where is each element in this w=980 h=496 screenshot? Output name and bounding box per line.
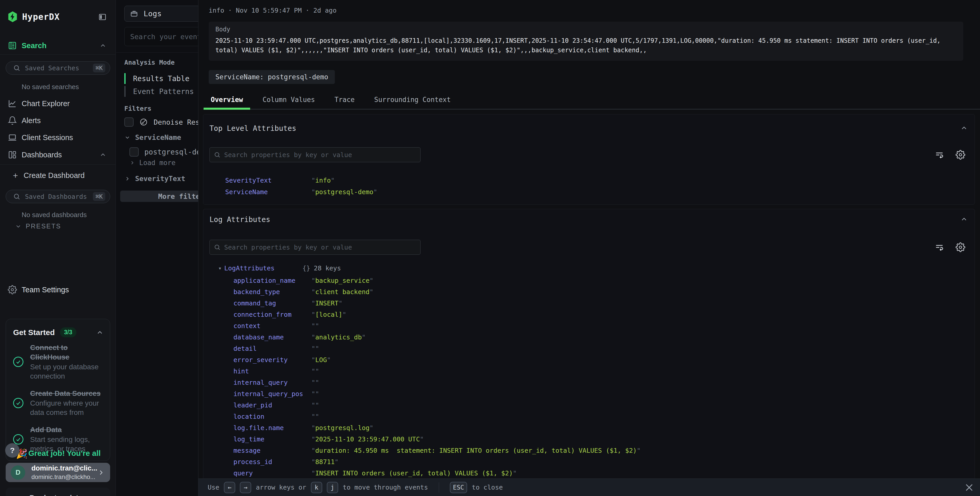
gear-icon	[8, 285, 17, 294]
attribute-row[interactable]: log_time "2025-11-10 23:59:47.000 UTC"	[234, 434, 641, 445]
esc-key[interactable]: ESC	[450, 482, 467, 493]
sidebar: HyperDX Search Saved Searches ⌘K No save…	[0, 0, 116, 496]
detail-tabs: OverviewColumn ValuesTraceSurrounding Co…	[204, 91, 980, 110]
close-icon[interactable]	[964, 482, 974, 493]
service-name-chip[interactable]: ServiceName: postgresql-demo	[209, 70, 335, 84]
footer-text: arrow keys or	[256, 484, 306, 491]
j-key[interactable]: j	[327, 482, 338, 493]
root-key[interactable]: LogAttributes	[224, 265, 302, 272]
attribute-row[interactable]: database_name "analytics_db"	[234, 332, 641, 343]
sidebar-item-dashboards[interactable]: Dashboards	[0, 148, 116, 162]
get-started-item[interactable]: Connect to ClickHouse Set up your databa…	[13, 343, 105, 381]
analysis-mode-option[interactable]: Event Patterns	[124, 85, 194, 98]
chart-icon	[8, 99, 17, 108]
sidebar-item-alerts[interactable]: Alerts	[0, 113, 116, 128]
user-menu[interactable]: D dominic.tran@clic... dominic.tran@clic…	[6, 463, 110, 482]
get-started-card: Get Started 3/3 Connect to ClickHouse Se…	[6, 319, 110, 461]
sidebar-item-client-sessions[interactable]: Client Sessions	[0, 130, 116, 145]
filter-group-servicename[interactable]: ServiceName	[124, 133, 181, 141]
attribute-row[interactable]: error_severity "LOG"	[234, 354, 641, 365]
attribute-row[interactable]: ServiceName "postgresql-demo"	[225, 186, 377, 198]
properties-search-input[interactable]	[224, 244, 416, 251]
search-icon	[13, 64, 20, 72]
saved-searches-input[interactable]: Saved Searches ⌘K	[6, 61, 110, 75]
attribute-row[interactable]: internal_query ""	[234, 377, 641, 388]
caret-down-icon[interactable]: ▾	[218, 265, 221, 271]
chevron-down-icon	[15, 223, 22, 230]
event-search-input[interactable]	[124, 27, 198, 46]
search-icon	[214, 244, 221, 250]
denoise-checkbox[interactable]	[124, 117, 134, 127]
more-filters-button[interactable]: More filters	[120, 191, 198, 202]
source-select[interactable]: Logs	[124, 6, 198, 22]
attribute-row[interactable]: message "duration: 45.950 ms statement: …	[234, 445, 641, 456]
attribute-row[interactable]: hint ""	[234, 365, 641, 377]
bottom-banner[interactable]: Product updates	[6, 488, 110, 496]
postgresql-demo-checkbox[interactable]	[129, 147, 139, 156]
chevron-up-icon[interactable]	[96, 329, 104, 337]
chevron-up-icon[interactable]	[960, 215, 968, 223]
attribute-row[interactable]: detail ""	[234, 343, 641, 354]
detail-tab[interactable]: Trace	[327, 91, 362, 108]
attribute-row[interactable]: connection_from "[local]"	[234, 309, 641, 320]
attribute-row[interactable]: process_id "88711"	[234, 456, 641, 467]
detail-tab[interactable]: Overview	[204, 91, 250, 108]
footer-text: Use	[208, 484, 219, 491]
user-name: dominic.tran@clic...	[32, 464, 97, 472]
wrap-lines-icon[interactable]	[934, 150, 944, 159]
get-started-item[interactable]: Create Data Sources Configure where your…	[13, 389, 105, 417]
logs-source-icon	[130, 9, 138, 18]
filters-label: Filters	[124, 105, 151, 112]
section-tools	[934, 242, 965, 252]
detail-tab[interactable]: Column Values	[255, 91, 322, 108]
attribute-row[interactable]: location ""	[234, 411, 641, 422]
saved-dashboards-placeholder: Saved Dashboards	[25, 193, 93, 200]
gear-icon[interactable]	[956, 242, 965, 252]
sidebar-collapse-icon[interactable]	[98, 13, 107, 21]
chevron-up-icon[interactable]	[99, 42, 107, 49]
chevron-right-icon	[97, 469, 105, 477]
help-button[interactable]: ?	[5, 443, 19, 458]
attribute-row[interactable]: application_name "backup_service"	[234, 275, 641, 286]
chevron-up-icon[interactable]	[960, 124, 968, 132]
laptop-icon	[8, 133, 17, 142]
create-dashboard-button[interactable]: + Create Dashboard	[13, 171, 85, 180]
section-title: Log Attributes	[210, 215, 270, 224]
analysis-mode-list: Results TableEvent Patterns	[124, 72, 194, 98]
log-attributes-root-row[interactable]: ▾ LogAttributes {} 28 keys	[218, 262, 341, 274]
analysis-mode-option[interactable]: Results Table	[124, 72, 194, 85]
sidebar-item-label: Chart Explorer	[22, 99, 70, 108]
attribute-row[interactable]: command_tag "INSERT"	[234, 297, 641, 309]
filter-group-severitytext[interactable]: SeverityText	[124, 175, 185, 183]
properties-search[interactable]	[210, 240, 420, 255]
attribute-row[interactable]: context ""	[234, 320, 641, 332]
attribute-row[interactable]: backend_type "client backend"	[234, 286, 641, 297]
arrow-left-key[interactable]: ←	[224, 482, 235, 493]
log-attribute-rows: application_name "backup_service" backen…	[234, 275, 641, 479]
attribute-row[interactable]: log.file.name "postgresql.log"	[234, 422, 641, 434]
chevron-up-icon[interactable]	[99, 151, 107, 158]
filters-column: Logs Analysis Mode Results TableEvent Pa…	[116, 0, 198, 496]
body-text[interactable]: 2025-11-10 23:59:47.000 UTC,postgres,ana…	[215, 36, 960, 55]
sidebar-item-team-settings[interactable]: Team Settings	[0, 282, 116, 297]
wrap-lines-icon[interactable]	[934, 242, 944, 252]
sidebar-item-search[interactable]: Search	[0, 38, 116, 53]
properties-search[interactable]	[210, 147, 420, 162]
celebration-text: Great job! You're all	[28, 449, 100, 458]
event-header-line: info · Nov 10 5:59:47 PM · 2d ago	[209, 7, 337, 14]
event-body-box: Body 2025-11-10 23:59:47.000 UTC,postgre…	[209, 22, 963, 61]
sidebar-item-chart-explorer[interactable]: Chart Explorer	[0, 96, 116, 111]
attribute-row[interactable]: internal_query_pos ""	[234, 388, 641, 399]
gear-icon[interactable]	[956, 150, 965, 159]
properties-search-input[interactable]	[224, 151, 416, 159]
attribute-row[interactable]: SeverityText "info"	[225, 175, 377, 186]
arrow-right-key[interactable]: →	[240, 482, 251, 493]
presets-toggle[interactable]: PRESETS	[15, 223, 61, 230]
attribute-row[interactable]: query "INSERT INTO orders (user_id, tota…	[234, 467, 641, 479]
detail-tab[interactable]: Surrounding Context	[367, 91, 458, 108]
saved-dashboards-input[interactable]: Saved Dashboards ⌘K	[6, 190, 110, 203]
load-more-button[interactable]: Load more	[129, 159, 175, 167]
k-key[interactable]: k	[311, 482, 322, 493]
attribute-row[interactable]: leader_pid ""	[234, 399, 641, 411]
braces-icon: {}	[302, 265, 310, 272]
